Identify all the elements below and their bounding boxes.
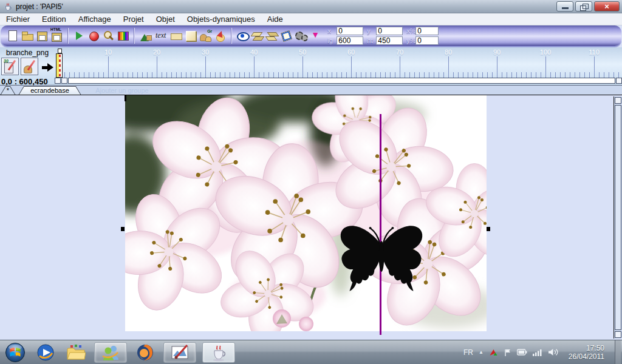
- field-column: xlg: [326, 27, 363, 46]
- field-input-x%[interactable]: [415, 27, 439, 35]
- taskbar-explorer[interactable]: [64, 342, 88, 363]
- tab-ecrandebase[interactable]: ecrandebase: [18, 86, 81, 95]
- scrollbar-button[interactable]: [55, 78, 61, 84]
- tray-clock[interactable]: 17:50 26/04/2011: [564, 344, 609, 361]
- toolbar-separator: [231, 28, 231, 44]
- ruler-tick-label: 50: [299, 49, 306, 56]
- timer-edit-button[interactable]: 30: [1, 58, 19, 75]
- system-tray: FR ▲ 17:50 26/04/2011: [463, 340, 622, 364]
- field-column: yht: [366, 27, 403, 46]
- hidden-icons-arrow-icon[interactable]: ▲: [479, 349, 484, 355]
- ruler-tick-label: 60: [347, 49, 355, 56]
- menu-bar: FichierEditionAffichageProjetObjetObjets…: [0, 13, 622, 25]
- open-icon[interactable]: [21, 29, 34, 43]
- network-signal-icon[interactable]: [533, 349, 542, 356]
- taskbar-media-player[interactable]: [33, 342, 58, 363]
- scrollbar-button[interactable]: [61, 78, 67, 84]
- vertical-scrollbar[interactable]: [613, 96, 622, 339]
- taskbar-java-app[interactable]: [202, 342, 235, 363]
- firefox-icon: [136, 343, 154, 362]
- ruler-major-tick: [400, 56, 400, 78]
- menu-item-objets-dynamiques[interactable]: Objets-dynamiques: [181, 15, 261, 24]
- field-label-y: y: [366, 27, 376, 35]
- tray-language[interactable]: FR: [463, 348, 473, 357]
- start-button[interactable]: [0, 340, 30, 364]
- butterfly-object[interactable]: [337, 220, 426, 297]
- scrollbar-thumb[interactable]: [615, 105, 621, 330]
- ruler-major-tick: [497, 56, 497, 78]
- menu-item-aide[interactable]: Aide: [261, 15, 289, 24]
- action-center-flag-icon[interactable]: [504, 348, 511, 357]
- ruler-tick-label: 10: [104, 49, 112, 56]
- tab-star[interactable]: *: [0, 86, 16, 95]
- field-input-ht[interactable]: [376, 36, 403, 45]
- ruler-tick-label: 40: [250, 49, 258, 56]
- field-row: x%: [405, 27, 439, 36]
- battery-icon[interactable]: [517, 349, 527, 356]
- play-icon[interactable]: [72, 29, 86, 43]
- menu-item-edition[interactable]: Edition: [36, 15, 72, 24]
- record-icon[interactable]: [87, 29, 100, 43]
- canvas-area[interactable]: [0, 95, 622, 340]
- image-icon[interactable]: [138, 29, 152, 43]
- minimize-button[interactable]: [556, 1, 573, 12]
- field-label-lg: lg: [326, 37, 337, 44]
- scrollbar-button[interactable]: [615, 331, 621, 338]
- field-row: y%: [405, 36, 439, 46]
- timeline-scrollbar[interactable]: [55, 77, 622, 84]
- transform-icon[interactable]: [279, 29, 293, 43]
- titlebar: projet : 'PAPI5' ×: [0, 0, 622, 13]
- text-tool-icon[interactable]: text: [153, 29, 168, 43]
- palette-icon[interactable]: [116, 29, 129, 43]
- zoom-icon[interactable]: [101, 29, 115, 43]
- bring-forward-icon[interactable]: [250, 29, 264, 43]
- field-input-x[interactable]: [337, 27, 363, 35]
- scrollbar-end-button[interactable]: [616, 78, 622, 84]
- object-edit-button[interactable]: [21, 58, 38, 75]
- wizard-icon[interactable]: [213, 29, 227, 43]
- new-icon[interactable]: [6, 29, 19, 43]
- object-name-label: branche_png: [6, 49, 49, 57]
- close-button[interactable]: ×: [594, 1, 620, 12]
- menu-item-fichier[interactable]: Fichier: [0, 15, 36, 24]
- tab-add-group[interactable]: Ajouter un groupe: [83, 86, 162, 95]
- ruler-tick-label: 100: [540, 49, 551, 56]
- rect-flat-icon[interactable]: [169, 29, 183, 43]
- taskbar-messenger[interactable]: [94, 342, 127, 363]
- tray-time: 17:50: [569, 344, 604, 352]
- taskbar-paint[interactable]: [163, 342, 196, 363]
- field-input-lg[interactable]: [337, 36, 363, 45]
- field-input-y[interactable]: [376, 27, 403, 35]
- selection-handle-right[interactable]: [487, 227, 490, 231]
- send-backward-icon[interactable]: [265, 29, 278, 43]
- field-input-y%[interactable]: [415, 36, 439, 45]
- object-coords-label: 0,0 : 600,450: [1, 77, 48, 86]
- save-icon[interactable]: [35, 29, 49, 43]
- panel-icon[interactable]: [184, 29, 197, 43]
- taskbar-firefox[interactable]: [133, 342, 157, 363]
- scrollbar-button[interactable]: [615, 97, 621, 104]
- show-desktop-button[interactable]: [615, 340, 621, 364]
- graphics-driver-icon[interactable]: [489, 348, 498, 357]
- visibility-icon[interactable]: [236, 29, 249, 43]
- toolbar-separator: [134, 28, 134, 44]
- volume-icon[interactable]: [548, 348, 558, 356]
- delete-icon[interactable]: [309, 29, 322, 43]
- branche-png-image[interactable]: [125, 95, 487, 331]
- save-html-icon[interactable]: HTML: [50, 29, 63, 43]
- settings-icon[interactable]: [294, 29, 307, 43]
- restore-button[interactable]: [575, 1, 592, 12]
- selection-handle-top-left[interactable]: [125, 95, 126, 101]
- menu-item-projet[interactable]: Projet: [117, 15, 150, 24]
- menu-item-objet[interactable]: Objet: [150, 15, 181, 24]
- scrollbar-track[interactable]: [68, 78, 615, 84]
- java-icon: [210, 343, 227, 362]
- media-player-icon: [36, 343, 55, 362]
- object-panel-buttons: 30: [1, 58, 38, 75]
- selection-handle-left[interactable]: [121, 227, 125, 231]
- save-html-caption: HTML: [50, 27, 61, 32]
- window-title: projet : 'PAPI5': [16, 2, 63, 11]
- menu-item-affichage[interactable]: Affichage: [72, 15, 117, 24]
- group-icon[interactable]: Gr: [199, 29, 212, 43]
- coordinate-fields: xlgyhtx%y%: [326, 27, 439, 46]
